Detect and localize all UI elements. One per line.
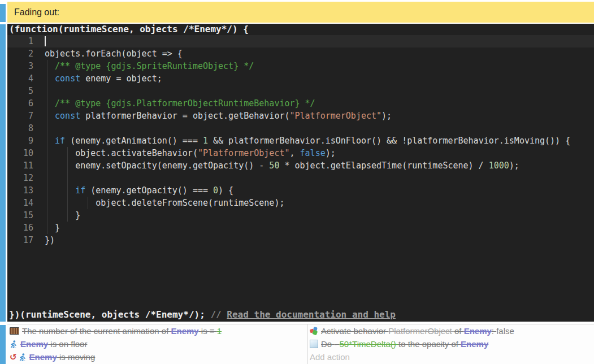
comment-event-text: Fading out: <box>14 7 59 18</box>
documentation-link[interactable]: Read the documentation and help <box>227 309 396 320</box>
code-token-number: 50 <box>269 161 279 171</box>
code-line-15: 15 } <box>7 209 594 222</box>
code-token-plain: }) <box>45 235 55 245</box>
invert-condition-icon: ↺ <box>10 353 17 361</box>
action-text-segment: Do <box>321 337 334 350</box>
condition-text-segment: The number of the current animation of <box>22 324 171 337</box>
code-token-plain: enemy.setOpacity(enemy.getOpacity() - <box>45 161 269 171</box>
action-text-segment: - <box>334 337 339 350</box>
code-token-keyword: const <box>45 73 80 84</box>
action-text-segment: Enemy <box>464 324 492 337</box>
code-token-keyword: const <box>45 111 80 121</box>
line-number: 7 <box>7 110 33 122</box>
indent-guide <box>47 172 47 184</box>
indent-guide <box>47 60 47 72</box>
code-line-12: 12 <box>7 172 594 184</box>
line-number: 6 <box>7 97 33 110</box>
line-number: 16 <box>7 222 33 234</box>
code-token-comment: /** @type {gdjs.PlatformerObjectRuntimeB… <box>45 98 315 109</box>
animation-icon <box>10 327 19 335</box>
action-text-segment: : <box>492 324 496 337</box>
code-line-8: 8 <box>7 122 594 135</box>
code-token-plain: (enemy.getAnimation() === <box>65 136 203 146</box>
conditions-column: The number of the current animation of E… <box>7 324 306 364</box>
code-line-7: 7 const platformerBehavior = object.getB… <box>7 110 594 122</box>
code-footer-text: })(runtimeScene, objects /*Enemy*/); <box>9 309 210 320</box>
line-number: 15 <box>7 209 33 222</box>
action-text-segment: 50*TimeDelta() <box>340 337 398 350</box>
js-code-event-editor[interactable]: (function(runtimeScene, objects /*Enemy*… <box>7 24 594 322</box>
comment-event-banner[interactable]: Fading out: <box>7 2 594 23</box>
action-text-segment: to the opacity of <box>398 337 461 350</box>
opacity-icon <box>310 340 318 348</box>
code-line-2: 2objects.forEach(object => { <box>7 47 594 60</box>
code-token-number: 1000 <box>489 161 509 171</box>
code-line-17: 17}) <box>7 234 594 246</box>
indent-guide <box>47 197 47 209</box>
code-token-plain: ); <box>509 161 519 171</box>
code-token-plain: object.deleteFromScene(runtimeScene); <box>45 198 284 208</box>
indent-guide <box>47 122 47 135</box>
code-line-10: 10 object.activateBehavior("PlatformerOb… <box>7 147 594 159</box>
line-number: 11 <box>7 159 33 172</box>
line-number: 3 <box>7 60 33 72</box>
code-line-4: 4 const enemy = object; <box>7 72 594 85</box>
code-wrapper-footer: })(runtimeScene, objects /*Enemy*/); // … <box>9 309 396 320</box>
code-token-number: 0 <box>213 185 218 196</box>
code-token-plain: * object.getElapsedTime(runtimeScene) / <box>279 161 488 171</box>
line-number: 4 <box>7 72 33 85</box>
condition-text-segment: is <box>199 324 210 337</box>
code-token-plain <box>45 185 75 196</box>
condition-row-is-moving[interactable]: ↺Enemy is moving <box>7 350 306 363</box>
code-token-number: 1 <box>203 136 208 146</box>
indent-guide <box>47 97 47 110</box>
action-row-activate-behavior[interactable]: Activate behavior PlatformerObject of En… <box>307 324 594 337</box>
event-indent-strip-middle <box>0 24 6 322</box>
condition-text-segment: Enemy <box>171 324 198 337</box>
code-token-plain: ); <box>381 111 392 121</box>
code-line-13: 13 if (enemy.getOpacity() === 0) { <box>7 184 594 197</box>
add-action-link[interactable]: Add action <box>307 350 594 363</box>
actions-column: Activate behavior PlatformerObject of En… <box>307 324 594 364</box>
indent-guide <box>47 209 47 222</box>
code-line-16: 16 } <box>7 222 594 234</box>
action-text-segment: of <box>454 324 464 337</box>
code-token-plain: } <box>45 210 80 220</box>
disabled-event-block: The number of the current animation of E… <box>7 324 594 364</box>
condition-text-segment: is moving <box>57 350 96 363</box>
condition-text-segment: Enemy <box>20 337 48 350</box>
code-wrapper-header: (function(runtimeScene, objects /*Enemy*… <box>7 24 594 35</box>
indent-guide <box>47 147 47 159</box>
code-line-1: 1 <box>7 35 594 47</box>
action-text-segment: PlatformerObject <box>388 324 454 337</box>
code-token-plain: && platformerBehavior.isOnFloor() && !pl… <box>208 136 570 146</box>
indent-guide <box>47 85 47 97</box>
action-row-opacity[interactable]: Do - 50*TimeDelta() to the opacity of En… <box>307 337 594 350</box>
code-token-keyword: false <box>300 148 326 158</box>
event-indent-strip-top <box>0 4 6 22</box>
code-token-plain: (enemy.getOpacity() === <box>85 185 213 196</box>
code-token-plain: platformerBehavior = object.getBehavior( <box>80 111 289 121</box>
action-text-segment: Enemy <box>461 337 488 350</box>
condition-row-on-floor[interactable]: Enemy is on floor <box>7 337 306 350</box>
code-token-string: "PlatformerObject" <box>289 111 381 121</box>
gdevelop-event-sheet: Fading out: (function(runtimeScene, obje… <box>0 0 594 364</box>
indent-guide <box>47 135 47 147</box>
line-number: 1 <box>7 35 33 47</box>
indent-guide <box>67 197 68 209</box>
action-text-segment: Activate behavior <box>321 324 388 337</box>
line-number: 2 <box>7 47 33 60</box>
code-line-3: 3 /** @type {gdjs.SpriteRuntimeObject} *… <box>7 60 594 72</box>
line-number: 12 <box>7 172 33 184</box>
code-token-plain: ) { <box>218 185 233 196</box>
line-number: 5 <box>7 85 33 97</box>
line-number: 14 <box>7 197 33 209</box>
line-number: 8 <box>7 122 33 135</box>
line-number: 9 <box>7 135 33 147</box>
condition-row-animation[interactable]: The number of the current animation of E… <box>7 324 306 337</box>
indent-guide <box>88 197 88 209</box>
code-lines[interactable]: 12objects.forEach(object => {3 /** @type… <box>7 35 594 246</box>
code-token-plain: ); <box>326 148 336 158</box>
action-text-segment: Add action <box>310 350 350 363</box>
code-line-6: 6 /** @type {gdjs.PlatformerObjectRuntim… <box>7 97 594 110</box>
